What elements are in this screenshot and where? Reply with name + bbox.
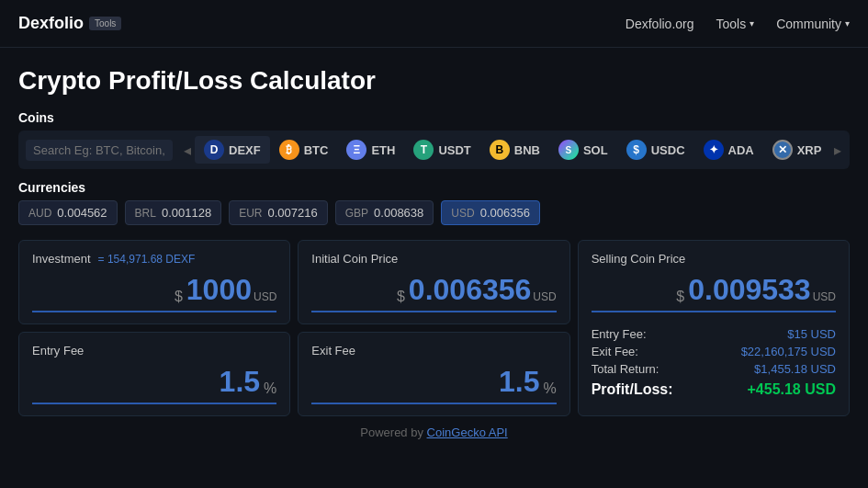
usd-val: 0.006356: [480, 206, 530, 220]
investment-unit: USD: [254, 290, 276, 307]
tools-badge: Tools: [89, 17, 121, 30]
initial-price-unit: USD: [533, 290, 556, 307]
xrp-label: XRP: [797, 143, 822, 157]
header: Dexfolio Tools Dexfolio.org Tools ▾ Comm…: [0, 0, 868, 48]
currency-brl[interactable]: BRL 0.001128: [125, 200, 222, 225]
coins-bar: ◂ D DEXF ₿ BTC Ξ ETH T USDT B BNB S SOL …: [18, 131, 850, 169]
coin-item-eth[interactable]: Ξ ETH: [337, 136, 404, 164]
exit-fee-card: Exit Fee 1.5 %: [298, 332, 569, 416]
eth-icon: Ξ: [346, 140, 366, 160]
entry-fee-result-label: Entry Fee:: [592, 327, 647, 341]
coin-item-dexf[interactable]: D DEXF: [195, 136, 270, 164]
footer: Powered by CoinGecko API: [18, 416, 850, 448]
coin-search-input[interactable]: [26, 140, 173, 161]
community-chevron-icon: ▾: [845, 18, 850, 28]
btc-icon: ₿: [279, 140, 299, 160]
entry-fee-input-row: 1.5 %: [32, 365, 276, 404]
aud-val: 0.004562: [57, 206, 107, 220]
entry-fee-label: Entry Fee: [32, 344, 276, 357]
coins-prev-arrow[interactable]: ◂: [180, 142, 195, 159]
total-return-val: $1,455.18 USD: [754, 362, 836, 376]
sol-icon: S: [558, 140, 579, 160]
currency-gbp[interactable]: GBP 0.008638: [335, 200, 434, 225]
coin-item-bnb[interactable]: B BNB: [480, 136, 549, 164]
coin-item-ada[interactable]: ✦ ADA: [694, 136, 763, 164]
coins-next-arrow[interactable]: ▸: [830, 142, 845, 159]
ada-icon: ✦: [704, 140, 724, 160]
tools-chevron-icon: ▾: [750, 18, 754, 28]
aud-code: AUD: [28, 207, 51, 220]
exit-fee-result-label: Exit Fee:: [592, 345, 638, 358]
exit-fee-input-row: 1.5 %: [311, 365, 556, 404]
sol-label: SOL: [583, 143, 608, 157]
entry-fee-result-row: Entry Fee: $15 USD: [592, 327, 836, 341]
total-return-result-row: Total Return: $1,455.18 USD: [592, 362, 836, 376]
results-card: Selling Coin Price $ 0.009533 USD Entry …: [578, 240, 850, 416]
exit-fee-value[interactable]: 1.5: [499, 365, 539, 399]
total-return-label: Total Return:: [592, 362, 659, 376]
entry-fee-value[interactable]: 1.5: [220, 365, 260, 399]
entry-fee-unit: %: [264, 380, 276, 399]
profit-loss-label: Profit/Loss:: [592, 381, 673, 398]
exit-fee-result-val: $22,160,175 USD: [741, 345, 836, 358]
profit-loss-value: +455.18 USD: [747, 381, 836, 398]
usdt-icon: T: [413, 140, 434, 160]
currency-aud[interactable]: AUD 0.004562: [18, 200, 118, 225]
main-content: Crypto Profit/Loss Calculator Coins ◂ D …: [0, 48, 868, 458]
selling-dollar: $: [676, 289, 684, 307]
eth-label: ETH: [371, 143, 395, 157]
usdc-label: USDC: [651, 143, 685, 157]
calculator-grid: Investment = 154,971.68 DEXF $ 1000 USD …: [18, 240, 850, 416]
profit-loss-row: Profit/Loss: +455.18 USD: [592, 381, 836, 398]
usdt-label: USDT: [438, 143, 470, 157]
initial-price-card: Initial Coin Price $ 0.006356 USD: [298, 240, 569, 324]
eur-val: 0.007216: [268, 206, 318, 220]
nav-dexfolio[interactable]: Dexfolio.org: [626, 17, 694, 31]
selling-price-label: Selling Coin Price: [592, 252, 836, 266]
coins-label: Coins: [18, 110, 850, 125]
gbp-val: 0.008638: [374, 206, 423, 220]
coin-item-xrp[interactable]: ✕ XRP: [763, 136, 831, 164]
logo-area: Dexfolio Tools: [18, 14, 626, 33]
nav-tools[interactable]: Tools ▾: [716, 17, 755, 31]
currency-usd[interactable]: USD 0.006356: [441, 200, 540, 225]
brl-val: 0.001128: [162, 206, 211, 220]
initial-dollar: $: [397, 289, 405, 307]
nav-links: Dexfolio.org Tools ▾ Community ▾: [626, 17, 850, 31]
bnb-icon: B: [490, 140, 510, 160]
usd-code: USD: [451, 207, 474, 220]
investment-equiv: = 154,971.68 DEXF: [98, 253, 196, 266]
gbp-code: GBP: [345, 207, 368, 220]
investment-value[interactable]: 1000: [186, 273, 252, 307]
exit-fee-result-row: Exit Fee: $22,160,175 USD: [592, 345, 836, 358]
eur-code: EUR: [239, 207, 262, 220]
currencies-bar: AUD 0.004562 BRL 0.001128 EUR 0.007216 G…: [18, 200, 850, 225]
entry-fee-card: Entry Fee 1.5 %: [18, 332, 290, 416]
dexf-icon: D: [204, 140, 224, 160]
nav-community[interactable]: Community ▾: [776, 17, 850, 31]
currencies-label: Currencies: [18, 180, 850, 195]
currency-eur[interactable]: EUR 0.007216: [229, 200, 328, 225]
ada-label: ADA: [728, 143, 754, 157]
selling-price-input-row: $ 0.009533 USD: [592, 273, 836, 312]
coin-item-btc[interactable]: ₿ BTC: [270, 136, 338, 164]
investment-dollar: $: [175, 289, 183, 307]
initial-price-input-row: $ 0.006356 USD: [311, 273, 556, 312]
page-title: Crypto Profit/Loss Calculator: [18, 66, 850, 96]
selling-price-value[interactable]: 0.009533: [688, 273, 810, 307]
brl-code: BRL: [135, 207, 156, 220]
coingecko-link[interactable]: CoinGecko API: [427, 426, 508, 439]
coin-item-usdt[interactable]: T USDT: [404, 136, 479, 164]
entry-fee-result-val: $15 USD: [787, 327, 836, 341]
bnb-label: BNB: [514, 143, 540, 157]
initial-price-label: Initial Coin Price: [311, 252, 556, 266]
dexf-label: DEXF: [229, 143, 261, 157]
xrp-icon: ✕: [772, 140, 793, 160]
logo-text: Dexfolio: [18, 14, 84, 33]
initial-price-value[interactable]: 0.006356: [409, 273, 531, 307]
exit-fee-label: Exit Fee: [311, 344, 556, 357]
selling-price-unit: USD: [813, 290, 836, 307]
coin-item-sol[interactable]: S SOL: [549, 136, 617, 164]
investment-card: Investment = 154,971.68 DEXF $ 1000 USD: [18, 240, 290, 324]
coin-item-usdc[interactable]: $ USDC: [617, 136, 694, 164]
